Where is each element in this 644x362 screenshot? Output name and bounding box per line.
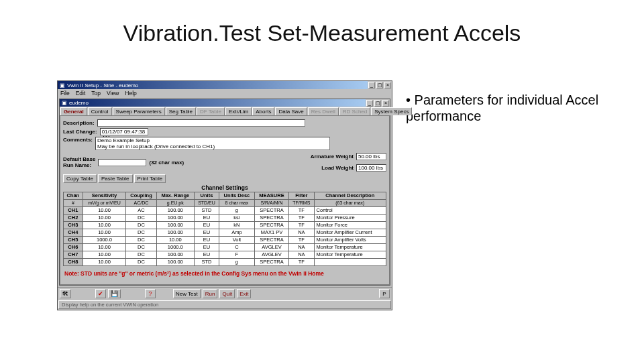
cell-coup[interactable]: DC — [126, 259, 156, 266]
cell-coup[interactable]: AC — [126, 207, 156, 215]
cell-desc[interactable]: Monitor Temperature — [314, 244, 386, 251]
maximize-button[interactable]: ▢ — [376, 82, 383, 88]
cell-udesc[interactable]: Amp — [219, 229, 254, 237]
tool-icon[interactable]: 🛠 — [60, 289, 71, 298]
armature-input[interactable]: 50.00 lbs — [356, 153, 386, 160]
cell-units[interactable]: EU — [194, 215, 219, 222]
tab-datasave[interactable]: Data Save — [275, 107, 307, 115]
table-row[interactable]: CH310.00DC100.00EUkNSPECTRATFMonitor For… — [64, 222, 386, 229]
cell-max[interactable]: 100.00 — [156, 222, 194, 229]
cell-sens[interactable]: 10.00 — [83, 229, 126, 237]
basename-input[interactable] — [98, 159, 146, 166]
cell-filt[interactable]: TF — [289, 259, 314, 266]
tab-rdsched[interactable]: RD Sched — [339, 107, 370, 115]
cell-sens[interactable]: 10.00 — [83, 244, 126, 251]
table-row[interactable]: CH810.00DC100.00STDgSPECTRATF — [64, 259, 386, 266]
cell-units[interactable]: EU — [194, 251, 219, 259]
cell-coup[interactable]: DC — [126, 215, 156, 222]
cell-meas[interactable]: SPECTRA — [254, 237, 288, 244]
copy-table-button[interactable]: Copy Table — [63, 174, 97, 183]
cell-desc[interactable] — [314, 259, 386, 266]
load-input[interactable]: 100.00 lbs — [356, 164, 386, 172]
tab-sweep[interactable]: Sweep Parameters — [113, 107, 165, 115]
cell-filt[interactable]: NA — [289, 244, 314, 251]
newtest-button[interactable]: New Test — [173, 289, 201, 298]
cell-meas[interactable]: SPECTRA — [254, 222, 288, 229]
cell-units[interactable]: EU — [194, 237, 219, 244]
check-button[interactable]: ✔ — [95, 289, 106, 298]
cell-meas[interactable]: SPECTRA — [254, 215, 288, 222]
print-button[interactable]: P — [379, 289, 390, 298]
table-row[interactable]: CH610.00DC1000.0EUCAVGLEVNAMonitor Tempe… — [64, 244, 386, 251]
cell-units[interactable]: EU — [194, 229, 219, 237]
cell-filt[interactable]: NA — [289, 251, 314, 259]
cell-meas[interactable]: MAX1 PV — [254, 229, 288, 237]
cell-sens[interactable]: 10.00 — [83, 207, 126, 215]
cell-desc[interactable]: Monitor Amplifier Current — [314, 229, 386, 237]
print-table-button[interactable]: Print Table — [134, 174, 166, 183]
cell-units[interactable]: STD — [194, 207, 219, 215]
cell-filt[interactable]: TF — [289, 237, 314, 244]
cell-sens[interactable]: 10.00 — [83, 251, 126, 259]
tab-system[interactable]: System Specs — [371, 107, 412, 115]
cell-meas[interactable]: SPECTRA — [254, 259, 288, 266]
cell-meas[interactable]: AVGLEV — [254, 244, 288, 251]
tab-seg[interactable]: Seg Table — [166, 107, 196, 115]
cell-filt[interactable]: NA — [289, 229, 314, 237]
cell-filt[interactable]: TF — [289, 222, 314, 229]
comments-input[interactable]: Demo Example Setup May be run in loopbac… — [95, 137, 330, 150]
tab-control[interactable]: Control — [88, 107, 112, 115]
table-row[interactable]: CH210.00DC100.00EUksiSPECTRATFMonitor Pr… — [64, 215, 386, 222]
cell-max[interactable]: 100.00 — [156, 259, 194, 266]
help-button[interactable]: ? — [145, 289, 156, 298]
cell-max[interactable]: 100.00 — [156, 215, 194, 222]
cell-sens[interactable]: 1000.0 — [83, 237, 126, 244]
cell-coup[interactable]: DC — [126, 244, 156, 251]
cell-sens[interactable]: 10.00 — [83, 222, 126, 229]
cell-units[interactable]: STD — [194, 259, 219, 266]
minimize-button[interactable]: _ — [368, 82, 375, 88]
cell-max[interactable]: 100.00 — [156, 251, 194, 259]
cell-desc[interactable]: Monitor Pressure — [314, 215, 386, 222]
tab-general[interactable]: General — [60, 107, 87, 115]
cell-coup[interactable]: DC — [126, 251, 156, 259]
menu-edit[interactable]: Edit — [76, 90, 86, 97]
cell-coup[interactable]: DC — [126, 229, 156, 237]
close-button[interactable]: × — [384, 82, 391, 88]
cell-filt[interactable]: TF — [289, 215, 314, 222]
lastchange-input[interactable]: 01/12/07 09:47:38 AM — [100, 128, 148, 135]
cell-desc[interactable]: Control — [314, 207, 386, 215]
paste-table-button[interactable]: Paste Table — [98, 174, 133, 183]
save-button[interactable]: 💾 — [108, 289, 121, 298]
inner-maximize-button[interactable]: ▢ — [374, 100, 381, 107]
cell-desc[interactable]: Monitor Amplifier Volts — [314, 237, 386, 244]
cell-filt[interactable]: TF — [289, 207, 314, 215]
table-row[interactable]: CH710.00DC100.00EUFAVGLEVNAMonitor Tempe… — [64, 251, 386, 259]
table-row[interactable]: CH410.00DC100.00EUAmpMAX1 PVNAMonitor Am… — [64, 229, 386, 237]
cell-desc[interactable]: Monitor Temperature — [314, 251, 386, 259]
cell-sens[interactable]: 10.00 — [83, 259, 126, 266]
cell-udesc[interactable]: kN — [219, 222, 254, 229]
tab-aborts[interactable]: Aborts — [252, 107, 274, 115]
cell-coup[interactable]: DC — [126, 237, 156, 244]
table-row[interactable]: CH110.00AC100.00STDgSPECTRATFControl — [64, 207, 386, 215]
cell-udesc[interactable]: g — [219, 259, 254, 266]
inner-close-button[interactable]: × — [382, 100, 389, 107]
cell-max[interactable]: 100.00 — [156, 207, 194, 215]
menu-file[interactable]: File — [60, 90, 70, 97]
cell-meas[interactable]: AVGLEV — [254, 251, 288, 259]
cell-udesc[interactable]: ksi — [219, 215, 254, 222]
cell-sens[interactable]: 10.00 — [83, 215, 126, 222]
cell-desc[interactable]: Monitor Force — [314, 222, 386, 229]
run-button[interactable]: Run — [203, 289, 218, 298]
cell-udesc[interactable]: g — [219, 207, 254, 215]
cell-max[interactable]: 1000.0 — [156, 244, 194, 251]
table-row[interactable]: CH51000.0DC10.00EUVoltSPECTRATFMonitor A… — [64, 237, 386, 244]
cell-udesc[interactable]: Volt — [219, 237, 254, 244]
cell-max[interactable]: 10.00 — [156, 237, 194, 244]
tab-df[interactable]: DF Table — [197, 107, 225, 115]
cell-coup[interactable]: DC — [126, 222, 156, 229]
menu-top[interactable]: Top — [91, 90, 101, 97]
exit-button[interactable]: Exit — [237, 289, 251, 298]
cell-meas[interactable]: SPECTRA — [254, 207, 288, 215]
